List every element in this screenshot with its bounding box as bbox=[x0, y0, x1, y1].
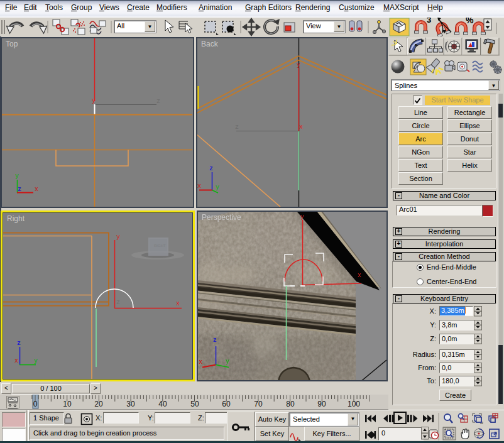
svg-text:0: 0 bbox=[33, 400, 38, 408]
svg-text:y: y bbox=[34, 358, 38, 364]
svg-text:x: x bbox=[176, 300, 180, 307]
svg-text:x: x bbox=[35, 186, 38, 193]
svg-text:y: y bbox=[116, 234, 120, 241]
svg-text:80: 80 bbox=[286, 400, 295, 408]
svg-text:x: x bbox=[299, 124, 303, 131]
svg-text:y: y bbox=[15, 173, 19, 180]
svg-text:70: 70 bbox=[254, 400, 263, 408]
svg-text:y: y bbox=[216, 184, 219, 191]
svg-text:z: z bbox=[156, 98, 160, 105]
svg-text:x: x bbox=[14, 358, 18, 364]
svg-text:x: x bbox=[197, 183, 201, 190]
svg-text:%: % bbox=[466, 18, 474, 25]
svg-text:z: z bbox=[116, 299, 120, 306]
svg-text:20: 20 bbox=[94, 400, 103, 408]
svg-text:y: y bbox=[300, 214, 304, 221]
svg-text:z: z bbox=[235, 124, 239, 131]
svg-text:60: 60 bbox=[222, 400, 231, 408]
svg-text:x: x bbox=[199, 359, 202, 366]
svg-text:50: 50 bbox=[190, 400, 199, 408]
svg-text:3: 3 bbox=[427, 18, 431, 25]
svg-text:90: 90 bbox=[317, 400, 326, 408]
svg-text:z: z bbox=[17, 340, 21, 347]
svg-text:y: y bbox=[226, 358, 229, 365]
svg-text:y: y bbox=[92, 97, 96, 104]
svg-text:RIGHT: RIGHT bbox=[154, 244, 166, 248]
svg-text:z: z bbox=[213, 337, 217, 344]
svg-text:x: x bbox=[358, 272, 361, 279]
svg-text:z: z bbox=[209, 165, 213, 172]
svg-text:10: 10 bbox=[63, 400, 72, 408]
svg-text:100: 100 bbox=[348, 400, 360, 408]
svg-text:y: y bbox=[297, 62, 300, 68]
svg-text:30: 30 bbox=[126, 400, 135, 408]
svg-text:z: z bbox=[18, 186, 21, 193]
svg-text:40: 40 bbox=[158, 400, 167, 408]
